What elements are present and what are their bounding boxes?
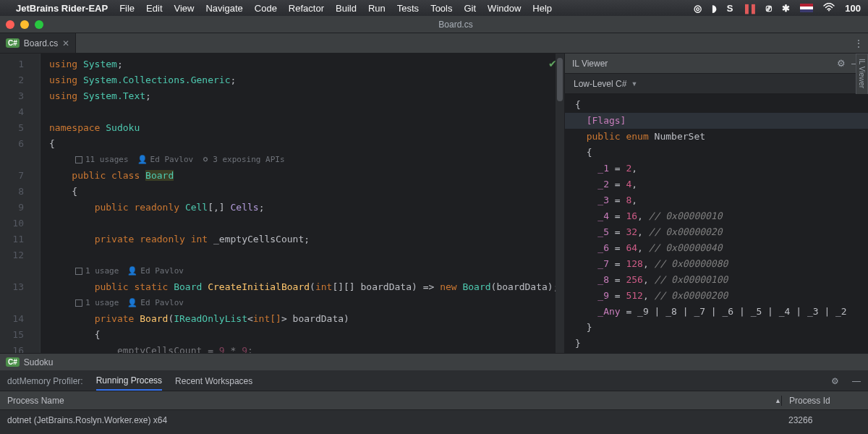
code-editor[interactable]: using System; using System.Collections.G… [41,54,564,353]
ilviewer-code[interactable]: { [Flags] public enum NumberSet { _1 = 2… [565,94,868,353]
usage-icon [75,268,82,275]
window-titlebar: Board.cs [0,16,868,33]
minimize-icon[interactable]: — [852,376,861,386]
bluetooth-icon[interactable]: ✱ [782,3,790,14]
csharp-icon: C# [6,357,20,367]
profiler-panel: C# Sudoku dotMemory Profiler: Running Pr… [0,353,868,434]
zoom-traffic-light[interactable] [35,20,43,29]
menu-build[interactable]: Build [336,3,357,14]
s-icon[interactable]: S [727,3,733,14]
profiler-columns: Process Name▲ Process Id [0,391,868,410]
svg-point-0 [828,9,830,11]
gear-icon[interactable]: ⚙ [837,58,846,69]
usage-icon [75,299,82,307]
menu-navigate[interactable]: Navigate [205,3,242,14]
menu-run[interactable]: Run [368,3,386,14]
editor-tabs: C# Board.cs ✕ ⋮ [0,33,868,54]
api-icon: ⭘ [202,152,210,168]
window-title: Board.cs [49,20,862,30]
ilviewer-header: IL Viewer ⚙ — [565,54,868,74]
profiler-tab-running[interactable]: Running Process [96,375,162,391]
tab-board-cs[interactable]: C# Board.cs ✕ [0,33,76,53]
profiler-tab-sudoku[interactable]: C# Sudoku [0,354,868,371]
menu-code[interactable]: Code [255,3,277,14]
editor-pane: 123 456 78 91011 1213 1415 16 ✔ using Sy… [0,54,564,353]
person-icon: 👤 [137,152,148,168]
sort-asc-icon[interactable]: ▲ [775,397,781,404]
chevron-down-icon: ▼ [631,80,637,88]
profiler-label: dotMemory Profiler: [7,376,83,386]
moon-icon[interactable]: ◗ [712,3,717,14]
profiler-header: dotMemory Profiler: Running Process Rece… [0,371,868,391]
code-lens[interactable]: 11 usages 👤Ed Pavlov ⭘3 exposing APIs [41,152,564,168]
csharp-icon: C# [6,38,20,48]
process-name-cell: dotnet (JetBrains.Roslyn.Worker.exe) x64 [0,415,781,425]
screen-icon[interactable]: ⎚ [766,3,772,14]
usage-icon [75,156,82,163]
person-icon: 👤 [127,263,137,279]
menu-refactor[interactable]: Refactor [289,3,324,14]
menu-tools[interactable]: Tools [430,3,452,14]
menu-tests[interactable]: Tests [397,3,419,14]
battery-label: 100 [845,3,861,14]
minimize-traffic-light[interactable] [20,20,29,29]
editor-gutter: 123 456 78 91011 1213 1415 16 [0,54,41,353]
close-icon[interactable]: ✕ [62,38,69,48]
menu-view[interactable]: View [174,3,195,14]
pause-icon[interactable]: ❚❚ [743,3,756,14]
menu-edit[interactable]: Edit [146,3,162,14]
person-icon: 👤 [127,295,137,311]
col-process-name[interactable]: Process Name▲ [0,396,781,406]
menu-git[interactable]: Git [464,3,476,14]
code-lens[interactable]: 1 usage 👤Ed Pavlov [41,263,564,279]
menu-help[interactable]: Help [532,3,552,14]
code-lens[interactable]: 1 usage 👤Ed Pavlov [41,295,564,311]
main-split: 123 456 78 91011 1213 1415 16 ✔ using Sy… [0,54,868,353]
ilviewer-mode-dropdown[interactable]: Low-Level C#▼ [565,74,868,94]
close-traffic-light[interactable] [6,20,14,29]
app-name[interactable]: JetBrains Rider-EAP [16,3,108,14]
mac-menubar: JetBrains Rider-EAP File Edit View Navig… [0,0,868,16]
ilviewer-pane: IL Viewer ⚙ — Low-Level C#▼ { [Flags] pu… [564,54,868,353]
tab-label: Board.cs [24,38,58,48]
tab-overflow-icon[interactable]: ⋮ [849,33,868,53]
flag-icon[interactable] [800,4,813,12]
menu-window[interactable]: Window [488,3,521,14]
wifi-icon[interactable] [823,3,835,14]
menu-file[interactable]: File [119,3,135,14]
profiler-row[interactable]: dotnet (JetBrains.Roslyn.Worker.exe) x64… [0,410,868,430]
process-id-cell: 23266 [781,415,868,425]
editor-scrollbar[interactable] [556,54,564,353]
profiler-tab-recent[interactable]: Recent Workspaces [175,376,252,386]
gear-icon[interactable]: ⚙ [831,376,839,386]
target-icon[interactable]: ◎ [694,3,702,14]
col-process-id[interactable]: Process Id [781,396,868,406]
tool-tab-ilviewer[interactable]: IL Viewer [856,54,868,100]
ilviewer-title: IL Viewer [572,59,608,69]
